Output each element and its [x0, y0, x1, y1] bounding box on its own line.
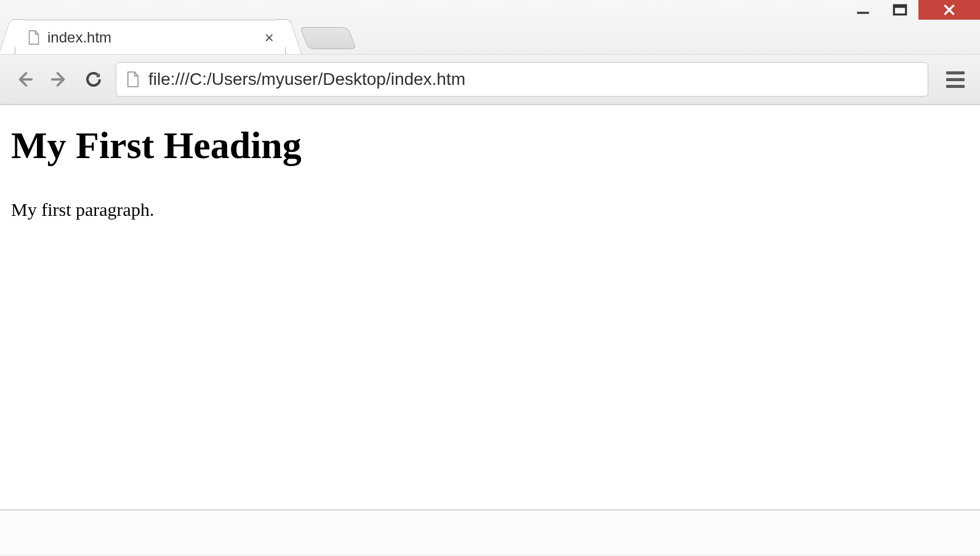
svg-rect-0	[857, 12, 869, 14]
footer-gap	[0, 510, 980, 555]
reload-button[interactable]	[81, 67, 106, 92]
hamburger-icon	[946, 71, 965, 74]
tab-close-button[interactable]: ×	[265, 30, 274, 46]
new-tab-button[interactable]	[300, 27, 357, 49]
maximize-button[interactable]	[882, 0, 918, 20]
tab-strip: index.htm ×	[0, 0, 980, 54]
minimize-button[interactable]	[845, 0, 882, 20]
forward-button[interactable]	[47, 67, 71, 92]
page-heading: My First Heading	[11, 124, 969, 167]
page-paragraph: My first paragraph.	[11, 199, 969, 220]
file-icon	[126, 71, 140, 88]
window-controls	[845, 0, 980, 20]
browser-toolbar	[0, 54, 980, 105]
back-button[interactable]	[12, 67, 37, 92]
tab-title: index.htm	[47, 29, 111, 46]
file-icon	[28, 30, 40, 45]
svg-rect-2	[894, 5, 906, 7]
browser-tab[interactable]: index.htm ×	[15, 20, 286, 54]
close-window-button[interactable]	[918, 0, 980, 20]
address-input[interactable]	[148, 70, 918, 89]
address-bar[interactable]	[116, 62, 928, 97]
page-content: My First Heading My first paragraph.	[0, 105, 980, 510]
menu-button[interactable]	[943, 67, 968, 92]
